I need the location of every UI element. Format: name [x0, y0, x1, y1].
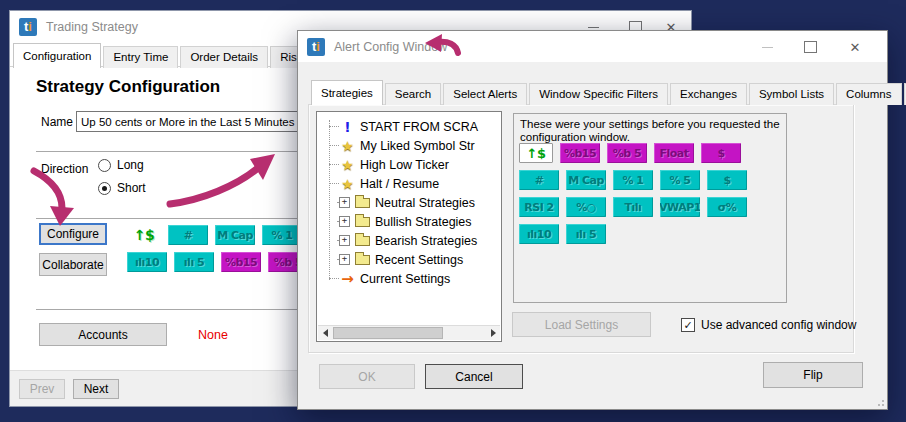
cancel-button[interactable]: Cancel — [425, 364, 523, 389]
close-icon[interactable]: ✕ — [844, 37, 866, 57]
trade-ideas-logo-icon: ti — [307, 38, 325, 56]
exclamation-icon: ! — [344, 119, 350, 135]
scroll-right-icon[interactable] — [487, 327, 500, 339]
tree-icon-holder — [354, 198, 371, 208]
tree-icon-holder — [354, 236, 371, 246]
folder-icon — [355, 217, 370, 227]
alert-icon-1[interactable]: % 1 — [613, 170, 653, 190]
tree-connector — [329, 145, 339, 146]
alert-icon-m-cap[interactable]: M Cap — [566, 170, 606, 190]
alert-icon-b15[interactable]: %b15 — [221, 252, 261, 272]
settings-alert-icons: ↑$%b15%b 5Float$#M Cap% 1% 5$RSI 2%○Tılı… — [519, 143, 747, 251]
tree-item-high-low-ticker[interactable]: ★High Low Ticker — [321, 155, 499, 174]
resize-grip[interactable] — [874, 396, 884, 406]
tree-item-neutral-strategies[interactable]: +Neutral Strategies — [321, 193, 499, 212]
logo-letter-i: i — [316, 40, 320, 53]
logo-letter-i: i — [28, 20, 32, 33]
alert-icon-float[interactable]: Float — [654, 143, 694, 163]
alert-icon-[interactable]: $ — [701, 143, 741, 163]
tab-columns[interactable]: Columns — [836, 83, 901, 105]
tree-item-current-settings[interactable]: →Current Settings — [321, 269, 499, 288]
load-settings-button[interactable]: Load Settings — [512, 312, 651, 337]
alert-icon-5[interactable]: % 5 — [660, 170, 700, 190]
tab-entry-time[interactable]: Entry Time — [103, 46, 178, 68]
configure-button[interactable]: Configure — [39, 223, 107, 245]
tab-order-details[interactable]: Order Details — [180, 46, 268, 68]
tree-connector — [329, 164, 339, 165]
tree-item-label: My Liked Symbol Str — [360, 139, 475, 153]
direction-long-radio[interactable]: Long — [98, 158, 144, 172]
tree-connector — [329, 183, 339, 184]
alert-icon-[interactable]: ↑$ — [127, 225, 161, 245]
advanced-config-checkbox[interactable]: ✓ Use advanced config window — [681, 318, 856, 332]
scrollbar-thumb[interactable] — [333, 327, 443, 339]
tab-symbol-lists[interactable]: Symbol Lists — [749, 83, 834, 105]
radio-label: Short — [117, 181, 146, 195]
alert-icon-m-cap[interactable]: M Cap — [215, 225, 255, 245]
tree-item-bullish-strategies[interactable]: +Bullish Strategies — [321, 212, 499, 231]
collaborate-button[interactable]: Collaborate — [39, 253, 107, 276]
alert-icon-[interactable]: # — [168, 225, 208, 245]
tree-item-bearish-strategies[interactable]: +Bearish Strategies — [321, 231, 499, 250]
checkbox-check-icon[interactable]: ✓ — [681, 318, 695, 332]
radio-icon[interactable] — [98, 159, 111, 172]
tree-icon-holder: ! — [339, 119, 356, 135]
star-icon: ★ — [341, 157, 354, 173]
radio-selected-icon[interactable] — [98, 182, 111, 195]
minimize-icon[interactable] — [756, 37, 778, 57]
alert-icon-l-5[interactable]: ılı 5 — [174, 252, 214, 272]
alert-icon-1[interactable]: % 1 — [262, 225, 302, 245]
ok-button[interactable]: OK — [319, 364, 415, 389]
alert-icon-[interactable]: %○ — [566, 197, 606, 217]
tree-item-my-liked-symbol-str[interactable]: ★My Liked Symbol Str — [321, 136, 499, 155]
star-icon: ★ — [341, 176, 354, 192]
tab-select-alerts[interactable]: Select Alerts — [443, 83, 527, 105]
flip-button[interactable]: Flip — [763, 362, 863, 388]
star-icon: ★ — [341, 138, 354, 154]
tree-horizontal-scrollbar[interactable] — [318, 325, 500, 340]
tree-item-label: Bullish Strategies — [375, 215, 472, 229]
alert-icon-row: #M Cap% 1% 5$ — [519, 170, 747, 190]
tree-item-start-from-scra[interactable]: !START FROM SCRA — [321, 117, 499, 136]
alert-icon-vwap1[interactable]: VWAP1 — [660, 197, 700, 217]
expand-plus-icon[interactable]: + — [339, 197, 350, 208]
tab-exchanges[interactable]: Exchanges — [670, 83, 747, 105]
previous-settings-box: These were your settings before you requ… — [513, 113, 787, 303]
alert-icon-row: ↑$%b15%b 5Float$ — [519, 143, 747, 163]
folder-icon — [355, 255, 370, 265]
alert-icon-l-10[interactable]: ılı10 — [519, 224, 559, 244]
prev-button[interactable]: Prev — [19, 379, 65, 399]
expand-plus-icon[interactable]: + — [339, 216, 350, 227]
radio-label: Long — [117, 158, 144, 172]
alert-icon-b-5[interactable]: %b 5 — [607, 143, 647, 163]
tree-connector — [329, 126, 339, 127]
tree-icon-holder: → — [339, 270, 356, 288]
expand-plus-icon[interactable]: + — [339, 235, 350, 246]
scroll-left-icon[interactable] — [318, 327, 331, 339]
next-button[interactable]: Next — [73, 379, 119, 399]
tab-configuration[interactable]: Configuration — [13, 43, 101, 68]
tree-item-halt-resume[interactable]: ★Halt / Resume — [321, 174, 499, 193]
alert-icon-rsi-2[interactable]: RSI 2 — [519, 197, 559, 217]
folder-icon — [355, 236, 370, 246]
expand-plus-icon[interactable]: + — [339, 254, 350, 265]
tab-strategies[interactable]: Strategies — [311, 80, 383, 105]
tab-search[interactable]: Search — [385, 83, 441, 105]
tree-item-recent-settings[interactable]: +Recent Settings — [321, 250, 499, 269]
accounts-button[interactable]: Accounts — [39, 323, 167, 346]
alert-icon-[interactable]: σ% — [707, 197, 747, 217]
alert-icon-t-l[interactable]: Tılı — [613, 197, 653, 217]
alert-icon-l-5[interactable]: ılı 5 — [566, 224, 606, 244]
tree-item-label: Bearish Strategies — [375, 234, 477, 248]
direction-short-radio[interactable]: Short — [98, 181, 146, 195]
settings-note: These were your settings before you requ… — [520, 118, 780, 144]
alert-icon-l-10[interactable]: ılı10 — [127, 252, 167, 272]
alert-icon-[interactable]: $ — [707, 170, 747, 190]
tree-item-label: Halt / Resume — [360, 177, 439, 191]
name-label: Name — [41, 115, 73, 129]
tab-window-specific-filters[interactable]: Window Specific Filters — [529, 83, 668, 105]
alert-icon-[interactable]: # — [519, 170, 559, 190]
alert-icon-b15[interactable]: %b15 — [560, 143, 600, 163]
alert-icon-[interactable]: ↑$ — [519, 143, 553, 163]
maximize-icon[interactable] — [799, 37, 821, 57]
